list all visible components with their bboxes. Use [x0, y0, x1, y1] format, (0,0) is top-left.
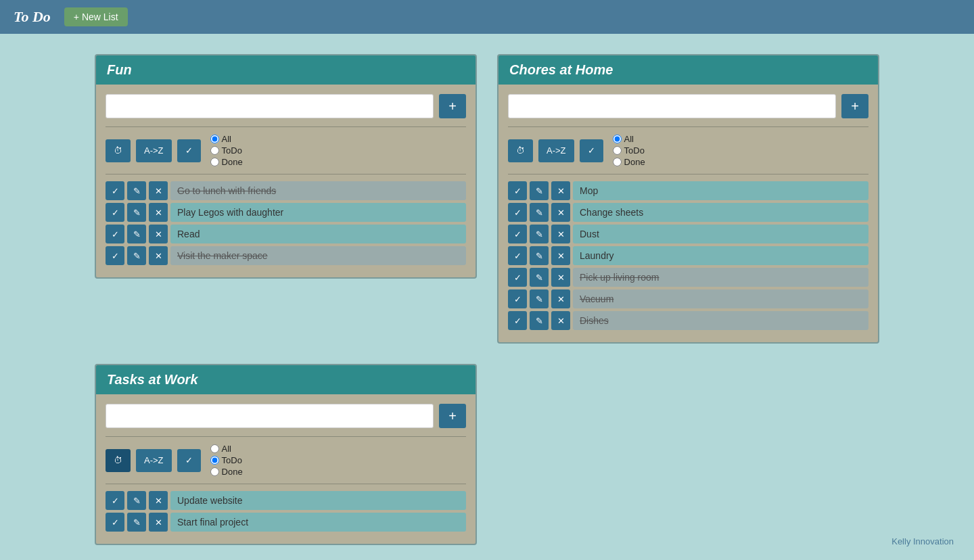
fun-card-header: Fun [96, 55, 476, 85]
work-radio-todo-input[interactable] [210, 456, 219, 465]
work-card-body: + ⏱ A->Z ✓ All ToDo [96, 394, 476, 544]
fun-card-title: Fun [107, 62, 132, 77]
fun-task4-edit[interactable]: ✎ [127, 246, 146, 265]
main-content: Fun + ⏱ A->Z ✓ All ToDo [0, 34, 974, 560]
work-task-input[interactable] [106, 404, 434, 428]
chores-task6-text: Vacuum [573, 289, 868, 308]
fun-divider [106, 126, 466, 127]
chores-task6-del[interactable]: ✕ [551, 289, 570, 308]
fun-add-button[interactable]: + [439, 94, 466, 118]
new-list-button[interactable]: + New List [64, 7, 128, 26]
fun-card: Fun + ⏱ A->Z ✓ All ToDo [95, 54, 477, 279]
fun-radio-done-input[interactable] [210, 158, 219, 166]
work-task2-check[interactable]: ✓ [106, 513, 124, 532]
work-radio-all-input[interactable] [210, 444, 219, 453]
chores-task7-check[interactable]: ✓ [508, 311, 527, 330]
fun-task-input[interactable] [106, 94, 434, 118]
work-task1-check[interactable]: ✓ [106, 491, 124, 510]
chores-task5-edit[interactable]: ✎ [530, 268, 549, 287]
fun-radio-all[interactable]: All [210, 134, 243, 144]
chores-task3-edit[interactable]: ✎ [530, 225, 549, 243]
chores-task5-del[interactable]: ✕ [551, 268, 570, 287]
chores-radio-all[interactable]: All [613, 134, 645, 144]
work-input-row: + [106, 404, 466, 428]
chores-task1-del[interactable]: ✕ [551, 181, 570, 200]
chores-radio-all-label: All [624, 134, 634, 144]
chores-task6-edit[interactable]: ✎ [530, 289, 549, 308]
fun-clock-button[interactable]: ⏱ [106, 139, 131, 162]
fun-task2-del[interactable]: ✕ [149, 203, 168, 222]
chores-task3-del[interactable]: ✕ [551, 225, 570, 243]
fun-task3-edit[interactable]: ✎ [127, 225, 146, 243]
fun-task1-check[interactable]: ✓ [106, 181, 124, 200]
fun-check-button[interactable]: ✓ [177, 139, 201, 162]
chores-task2-edit[interactable]: ✎ [530, 203, 549, 222]
fun-task2-edit[interactable]: ✎ [127, 203, 146, 222]
chores-radio-all-input[interactable] [613, 135, 622, 143]
chores-card: Chores at Home + ⏱ A->Z ✓ All [497, 54, 879, 344]
work-radio-done-input[interactable] [210, 467, 219, 476]
chores-task5-check[interactable]: ✓ [508, 268, 527, 287]
work-radio-all-label: All [222, 444, 231, 454]
fun-card-body: + ⏱ A->Z ✓ All ToDo [96, 85, 476, 277]
chores-add-button[interactable]: + [841, 94, 868, 118]
credit-text: Kelly Innovation [891, 536, 954, 546]
work-task1-edit[interactable]: ✎ [127, 491, 146, 510]
chores-task4-edit[interactable]: ✎ [530, 246, 549, 265]
chores-task1-check[interactable]: ✓ [508, 181, 527, 200]
work-clock-button[interactable]: ⏱ [106, 449, 131, 472]
chores-task2-del[interactable]: ✕ [551, 203, 570, 222]
chores-task1-text: Mop [573, 181, 868, 200]
fun-task1-edit[interactable]: ✎ [127, 181, 146, 200]
fun-az-button[interactable]: A->Z [136, 139, 172, 162]
work-task2-edit[interactable]: ✎ [127, 513, 146, 532]
chores-az-button[interactable]: A->Z [538, 139, 574, 162]
work-radio-done[interactable]: Done [210, 467, 243, 477]
chores-task4-check[interactable]: ✓ [508, 246, 527, 265]
chores-task2-check[interactable]: ✓ [508, 203, 527, 222]
chores-radio-todo-label: ToDo [624, 145, 645, 156]
work-divider [106, 436, 466, 437]
chores-clock-button[interactable]: ⏱ [508, 139, 533, 162]
fun-task4-del[interactable]: ✕ [149, 246, 168, 265]
chores-task3-check[interactable]: ✓ [508, 225, 527, 243]
fun-radio-all-input[interactable] [210, 135, 219, 143]
fun-task1-del[interactable]: ✕ [149, 181, 168, 200]
work-add-button[interactable]: + [439, 404, 466, 428]
chores-task7-del[interactable]: ✕ [551, 311, 570, 330]
fun-task3-del[interactable]: ✕ [149, 225, 168, 243]
fun-radio-done[interactable]: Done [210, 157, 243, 167]
fun-radio-todo-input[interactable] [210, 146, 219, 155]
chores-radio-done-input[interactable] [613, 158, 622, 166]
work-divider2 [106, 484, 466, 484]
chores-check-button[interactable]: ✓ [580, 139, 603, 162]
fun-task4-check[interactable]: ✓ [106, 246, 124, 265]
table-row: ✓ ✎ ✕ Read [106, 225, 466, 243]
chores-task-input[interactable] [508, 94, 836, 118]
work-task2-del[interactable]: ✕ [149, 513, 168, 532]
work-check-button[interactable]: ✓ [177, 449, 201, 472]
chores-input-row: + [508, 94, 868, 118]
chores-task5-text: Pick up living room [573, 268, 868, 287]
table-row: ✓ ✎ ✕ Pick up living room [508, 268, 868, 287]
chores-radio-done[interactable]: Done [613, 157, 645, 167]
table-row: ✓ ✎ ✕ Play Legos with daughter [106, 203, 466, 222]
work-card-header: Tasks at Work [96, 365, 476, 394]
work-task1-del[interactable]: ✕ [149, 491, 168, 510]
fun-task2-check[interactable]: ✓ [106, 203, 124, 222]
fun-task3-check[interactable]: ✓ [106, 225, 124, 243]
chores-task7-edit[interactable]: ✎ [530, 311, 549, 330]
chores-radio-todo-input[interactable] [613, 146, 622, 155]
chores-task6-check[interactable]: ✓ [508, 289, 527, 308]
work-az-button[interactable]: A->Z [136, 449, 172, 472]
fun-radio-todo[interactable]: ToDo [210, 145, 243, 156]
chores-card-body: + ⏱ A->Z ✓ All ToDo [498, 85, 878, 342]
work-task-list: ✓ ✎ ✕ Update website ✓ ✎ ✕ Start final p… [106, 491, 466, 534]
work-radio-todo[interactable]: ToDo [210, 455, 243, 465]
chores-radio-todo[interactable]: ToDo [613, 145, 645, 156]
fun-task2-text: Play Legos with daughter [170, 203, 466, 222]
chores-task1-edit[interactable]: ✎ [530, 181, 549, 200]
fun-filter-row: ⏱ A->Z ✓ All ToDo Done [106, 134, 466, 167]
chores-task4-del[interactable]: ✕ [551, 246, 570, 265]
work-radio-all[interactable]: All [210, 444, 243, 454]
